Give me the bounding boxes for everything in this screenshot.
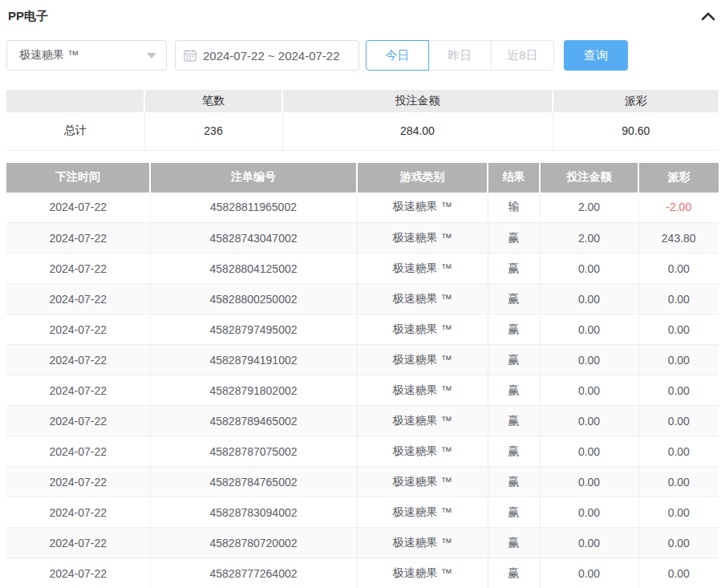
record-row: 2024-07-2245828787075002极速糖果 ™赢0.000.00 (6, 436, 719, 467)
game-type-cell: 极速糖果 ™ (357, 375, 488, 406)
summary-total-row: 总计 236 284.00 90.60 (6, 112, 719, 150)
summary-total-payout: 90.60 (553, 112, 719, 150)
date-range-value: 2024-07-22 ~ 2024-07-22 (203, 49, 340, 63)
bet-date-cell: 2024-07-22 (6, 436, 150, 467)
game-type-cell: 极速糖果 ™ (357, 558, 488, 588)
payout-cell: 0.00 (638, 406, 719, 436)
records-header-cell: 结果 (488, 163, 540, 193)
bet-id-cell: 45828787075002 (150, 436, 357, 467)
chevron-up-icon (701, 11, 715, 21)
game-select[interactable]: 极速糖果 ™ (6, 40, 167, 71)
game-type-cell: 极速糖果 ™ (357, 253, 488, 284)
quick-range-group: 今日昨日近8日 (366, 40, 554, 71)
bet-date-cell: 2024-07-22 (6, 558, 150, 588)
summary-header-cell: 笔数 (144, 90, 282, 112)
bet-amount-cell: 0.00 (540, 497, 638, 528)
record-row: 2024-07-2245828784765002极速糖果 ™赢0.000.00 (6, 467, 719, 497)
bet-date-cell: 2024-07-22 (6, 193, 150, 223)
result-cell: 赢 (488, 467, 540, 497)
records-header-row: 下注时间注单编号游戏类别结果投注金额派彩 (6, 163, 719, 193)
record-row: 2024-07-2245828780720002极速糖果 ™赢0.000.00 (6, 528, 719, 558)
quick-range-button-1[interactable]: 昨日 (428, 40, 492, 71)
game-type-cell: 极速糖果 ™ (357, 497, 488, 528)
record-row: 2024-07-2245828791802002极速糖果 ™赢0.000.00 (6, 375, 719, 406)
bet-amount-cell: 0.00 (540, 528, 638, 558)
game-type-cell: 极速糖果 ™ (357, 436, 488, 467)
record-row: 2024-07-2245828743047002极速糖果 ™赢2.00243.8… (6, 223, 719, 253)
bet-id-cell: 45828791802002 (150, 375, 357, 406)
bet-id-cell: 45828777264002 (150, 558, 357, 588)
result-cell: 输 (488, 193, 540, 223)
game-type-cell: 极速糖果 ™ (357, 528, 488, 558)
result-cell: 赢 (488, 558, 540, 588)
record-row: 2024-07-2245828783094002极速糖果 ™赢0.000.00 (6, 497, 719, 528)
bet-amount-cell: 0.00 (540, 436, 638, 467)
bet-amount-cell: 0.00 (540, 345, 638, 375)
payout-cell: 0.00 (638, 375, 719, 406)
summary-total-count: 236 (144, 112, 282, 150)
panel-titlebar: PP电子 (6, 8, 719, 24)
result-cell: 赢 (488, 375, 540, 406)
summary-total-bet-amount: 284.00 (282, 112, 553, 150)
records-header-cell: 注单编号 (150, 163, 357, 193)
result-cell: 赢 (488, 497, 540, 528)
records-table: 下注时间注单编号游戏类别结果投注金额派彩 2024-07-22458288119… (6, 163, 719, 588)
summary-header-cell (6, 90, 144, 112)
bet-amount-cell: 0.00 (540, 314, 638, 345)
record-row: 2024-07-2245828789465002极速糖果 ™赢0.000.00 (6, 406, 719, 436)
bet-id-cell: 45828743047002 (150, 223, 357, 253)
result-cell: 赢 (488, 406, 540, 436)
bet-amount-cell: 0.00 (540, 284, 638, 314)
bet-date-cell: 2024-07-22 (6, 223, 150, 253)
record-row: 2024-07-2245828797495002极速糖果 ™赢0.000.00 (6, 314, 719, 345)
game-type-cell: 极速糖果 ™ (357, 467, 488, 497)
date-range-input[interactable]: 2024-07-22 ~ 2024-07-22 (175, 40, 359, 71)
game-type-cell: 极速糖果 ™ (357, 314, 488, 345)
bet-date-cell: 2024-07-22 (6, 406, 150, 436)
payout-cell: 0.00 (638, 253, 719, 284)
search-button[interactable]: 查询 (564, 40, 628, 71)
bet-amount-cell: 0.00 (540, 467, 638, 497)
bet-amount-cell: 2.00 (540, 193, 638, 223)
payout-cell: 0.00 (638, 436, 719, 467)
bet-id-cell: 45828783094002 (150, 497, 357, 528)
records-header-cell: 投注金额 (540, 163, 638, 193)
bet-date-cell: 2024-07-22 (6, 375, 150, 406)
pp-games-panel: PP电子 极速糖果 ™ (0, 0, 725, 588)
game-type-cell: 极速糖果 ™ (357, 223, 488, 253)
record-row: 2024-07-2245828811965002极速糖果 ™输2.00-2.00 (6, 193, 719, 223)
bet-id-cell: 45828780720002 (150, 528, 357, 558)
result-cell: 赢 (488, 223, 540, 253)
bet-amount-cell: 2.00 (540, 223, 638, 253)
caret-down-icon (147, 53, 156, 59)
payout-cell: 243.80 (638, 223, 719, 253)
game-type-cell: 极速糖果 ™ (357, 284, 488, 314)
bet-amount-cell: 0.00 (540, 558, 638, 588)
collapse-button[interactable] (701, 11, 715, 21)
payout-cell: -2.00 (638, 193, 719, 223)
quick-range-button-2[interactable]: 近8日 (491, 40, 554, 71)
bet-date-cell: 2024-07-22 (6, 528, 150, 558)
bet-id-cell: 45828794191002 (150, 345, 357, 375)
bet-amount-cell: 0.00 (540, 406, 638, 436)
summary-header-row: 笔数投注金额派彩 (6, 90, 719, 112)
result-cell: 赢 (488, 436, 540, 467)
bet-id-cell: 45828800250002 (150, 284, 357, 314)
payout-cell: 0.00 (638, 314, 719, 345)
bet-date-cell: 2024-07-22 (6, 314, 150, 345)
payout-cell: 0.00 (638, 528, 719, 558)
bet-id-cell: 45828784765002 (150, 467, 357, 497)
payout-cell: 0.00 (638, 284, 719, 314)
panel-title: PP电子 (8, 9, 48, 24)
summary-total-label: 总计 (6, 112, 144, 150)
result-cell: 赢 (488, 284, 540, 314)
bet-amount-cell: 0.00 (540, 375, 638, 406)
bet-id-cell: 45828797495002 (150, 314, 357, 345)
records-header-cell: 游戏类别 (357, 163, 488, 193)
summary-table: 笔数投注金额派彩 总计 236 284.00 90.60 (6, 90, 719, 151)
payout-cell: 0.00 (638, 345, 719, 375)
bet-amount-cell: 0.00 (540, 253, 638, 284)
game-select-value: 极速糖果 ™ (19, 48, 79, 63)
quick-range-button-0[interactable]: 今日 (366, 40, 429, 71)
record-row: 2024-07-2245828794191002极速糖果 ™赢0.000.00 (6, 345, 719, 375)
